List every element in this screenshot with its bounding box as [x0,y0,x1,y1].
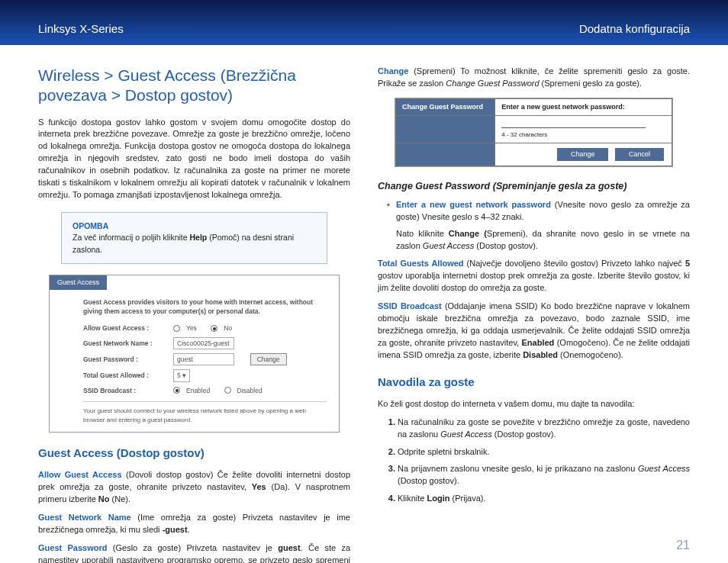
page-header: Linksys X-Series Dodatna konfiguracija [0,0,728,43]
ss-intro: Guest Access provides visitors to your h… [83,298,327,317]
para-total-guests: Total Guests Allowed (Največje dovoljeno… [378,258,690,294]
guest-access-screenshot: Guest Access Guest Access provides visit… [49,275,340,433]
cgp-input-cell: 4 - 32 characters [495,115,672,143]
cgp-password-input[interactable] [501,119,646,128]
para-allow: Allow Guest Access (Dovoli dostop gostov… [38,469,350,506]
guest-access-subtitle: Guest Access (Dostop gostov) [38,445,350,462]
ss-pass-input[interactable]: guest [173,353,234,365]
change-password-subtitle: Change Guest Password (Spreminjanje gesl… [378,179,690,193]
radio-yes[interactable] [173,325,180,332]
ss-row-pass: Guest Password : guest Change [83,353,327,365]
header-right: Dodatna konfiguracija [579,22,690,35]
cgp-title: Change Guest Password [396,98,495,115]
step-4: Kliknite Login (Prijava). [398,493,690,505]
radio-no[interactable] [211,325,217,332]
cgp-prompt: Enter a new guest network password: [495,98,672,115]
ss-row-allow: Allow Guest Access : Yes No [83,323,327,333]
page-number: 21 [676,539,690,552]
instructions-intro: Ko želi gost dostop do interneta v vašem… [378,398,690,410]
ss-change-button[interactable]: Change [250,353,287,365]
bullet-sub: Nato kliknite Change (Spremeni), da shra… [378,228,690,253]
instructions-title: Navodila za goste [378,374,690,391]
step-2: Odprite spletni brskalnik. [398,446,690,458]
ss-row-name: Guest Network Name : Cisco00025-guest [83,337,327,349]
instructions-list: Na računalniku za goste se povežite v br… [378,417,690,506]
note-label: OPOMBA [72,220,316,232]
para-name: Guest Network Name (Ime omrežja za goste… [38,512,350,536]
note-box: OPOMBA Za več informacij o poljih klikni… [61,212,327,264]
right-column: Change (Spremeni) To možnost kliknite, č… [378,66,690,563]
ss-row-total: Total Guest Allowed : 5 ▾ [83,369,327,381]
ss-name-input[interactable]: Cisco00025-guest [173,337,234,349]
note-text: Za več informacij o poljih kliknite Help… [72,232,316,255]
page-body: Wireless > Guest Access (Brezžična povez… [0,43,728,563]
left-column: Wireless > Guest Access (Brezžična povez… [38,66,350,563]
ss-tab-label: Guest Access [50,275,107,290]
radio-enabled[interactable] [173,387,180,394]
header-left: Linksys X-Series [38,22,124,35]
change-password-screenshot: Change Guest Password Enter a new guest … [395,98,673,167]
main-heading: Wireless > Guest Access (Brezžična povez… [38,66,350,106]
step-3: Na prijavnem zaslonu vnesite geslo, ki j… [398,463,690,487]
cgp-change-button[interactable]: Change [557,148,609,161]
radio-disabled[interactable] [224,387,231,394]
ss-footer: Your guest should connect to your wirele… [83,407,327,424]
bullet-enter-password: Enter a new guest network password (Vnes… [387,199,690,224]
ss-row-ssid: SSID Broadcast : Enabled Disabled [83,386,327,395]
para-password: Guest Password (Geslo za goste) Privzeta… [38,542,350,563]
step-1: Na računalniku za goste se povežite v br… [398,417,690,441]
para-ssid-broadcast: SSID Broadcast (Oddajanje imena SSID) Ko… [378,301,690,362]
ss-total-select[interactable]: 5 ▾ [173,369,190,381]
intro-paragraph: S funkcijo dostopa gostov lahko gostom v… [38,117,350,202]
cgp-cancel-button[interactable]: Cancel [615,148,664,161]
para-change: Change (Spremeni) To možnost kliknite, č… [378,66,690,90]
